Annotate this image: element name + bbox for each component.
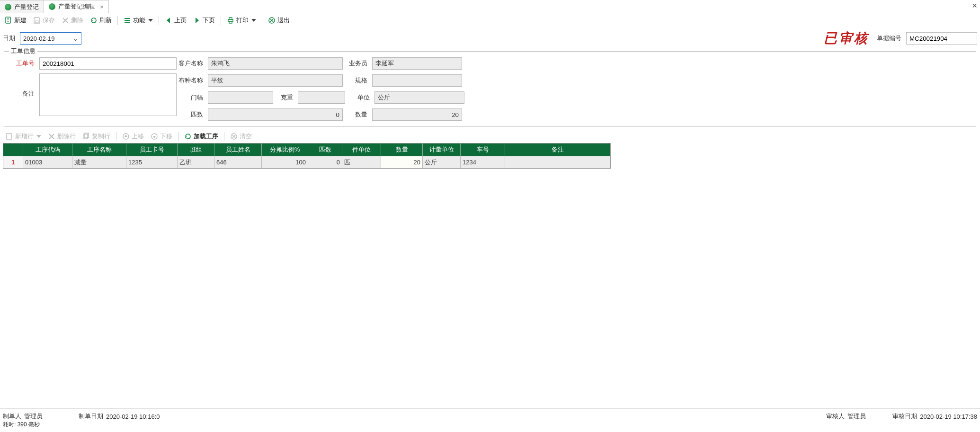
prev-icon bbox=[165, 17, 172, 24]
refresh-icon bbox=[90, 17, 98, 24]
header-row: 日期 2020-02-19 ⌄ 已审核 单据编号 bbox=[0, 27, 980, 49]
date-label: 日期 bbox=[3, 34, 15, 43]
fabric-label: 布种名称 bbox=[177, 76, 205, 85]
move-up-button[interactable]: 上移 bbox=[119, 131, 147, 142]
add-row-button[interactable]: 新增行 bbox=[3, 131, 44, 142]
cell-emp-name[interactable]: 646 bbox=[214, 156, 262, 168]
save-button[interactable]: 保存 bbox=[30, 15, 58, 26]
new-label: 新建 bbox=[14, 16, 27, 25]
move-down-button[interactable]: 下移 bbox=[148, 131, 175, 142]
add-row-label: 新增行 bbox=[15, 132, 34, 141]
move-down-label: 下移 bbox=[160, 132, 172, 141]
function-icon bbox=[124, 17, 131, 24]
grid-header-emp-card[interactable]: 员工卡号 bbox=[126, 144, 178, 156]
cell-measure-unit[interactable]: 公斤 bbox=[423, 156, 461, 168]
tab-label: 产量登记编辑 bbox=[58, 2, 95, 11]
new-button[interactable]: 新建 bbox=[2, 15, 29, 26]
grid-header-emp-name[interactable]: 员工姓名 bbox=[214, 144, 262, 156]
copy-row-icon bbox=[82, 133, 90, 140]
separator bbox=[262, 16, 262, 25]
exit-button[interactable]: 退出 bbox=[265, 15, 293, 26]
save-icon bbox=[33, 17, 41, 24]
cell-team[interactable]: 乙班 bbox=[178, 156, 214, 168]
next-button[interactable]: 下页 bbox=[190, 15, 218, 26]
separator bbox=[159, 16, 159, 25]
svg-rect-16 bbox=[7, 134, 11, 139]
delete-row-button[interactable]: 删除行 bbox=[45, 131, 79, 142]
tab-register[interactable]: 产量登记 bbox=[0, 0, 44, 13]
delete-row-label: 删除行 bbox=[57, 132, 76, 141]
prepare-date-value: 2020-02-19 10:16:0 bbox=[106, 413, 160, 420]
grid-header-piece-unit[interactable]: 件单位 bbox=[342, 144, 381, 156]
separator bbox=[116, 132, 116, 141]
salesman-input bbox=[372, 57, 462, 70]
approved-stamp: 已审核 bbox=[824, 29, 869, 47]
grid-header-remark[interactable]: 备注 bbox=[505, 144, 610, 156]
svg-rect-4 bbox=[36, 21, 38, 23]
print-button[interactable]: 打印 bbox=[224, 15, 259, 26]
order-no-input[interactable] bbox=[39, 57, 177, 70]
cell-qty[interactable]: 20 bbox=[381, 156, 423, 168]
width-label: 门幅 bbox=[177, 93, 205, 102]
delete-button[interactable]: 删除 bbox=[59, 15, 86, 26]
function-button[interactable]: 功能 bbox=[121, 15, 156, 26]
grid-header-qty[interactable]: 数量 bbox=[381, 144, 423, 156]
cell-proc-name[interactable]: 减量 bbox=[72, 156, 126, 168]
refresh-button[interactable]: 刷新 bbox=[87, 15, 115, 26]
width-input bbox=[208, 91, 273, 104]
table-row[interactable]: 1 01003 减量 1235 乙班 646 100 0 匹 20 公斤 123… bbox=[3, 156, 610, 168]
grid-area: 工序代码 工序名称 员工卡号 班组 员工姓名 分摊比例% 匹数 件单位 数量 计… bbox=[0, 143, 980, 408]
cell-piece-unit[interactable]: 匹 bbox=[342, 156, 381, 168]
delete-label: 删除 bbox=[71, 16, 83, 25]
cell-proc-code[interactable]: 01003 bbox=[23, 156, 72, 168]
footer: 制单人 管理员 制单日期 2020-02-19 10:16:0 审核人 管理员 … bbox=[0, 408, 980, 432]
prev-button[interactable]: 上页 bbox=[162, 15, 189, 26]
clear-button[interactable]: 清空 bbox=[227, 131, 255, 142]
chevron-down-icon bbox=[148, 19, 153, 22]
svg-rect-12 bbox=[229, 21, 232, 23]
grid-header-measure-unit[interactable]: 计量单位 bbox=[423, 144, 461, 156]
qty-label: 数量 bbox=[346, 110, 369, 119]
globe-icon bbox=[5, 4, 11, 10]
audit-date-label: 审核日期 bbox=[892, 412, 917, 421]
add-row-icon bbox=[6, 133, 13, 140]
copy-row-button[interactable]: 复制行 bbox=[80, 131, 113, 142]
rownum-cell[interactable]: 1 bbox=[3, 156, 23, 168]
cell-remark[interactable] bbox=[505, 156, 610, 168]
load-process-button[interactable]: 加载工序 bbox=[181, 131, 221, 142]
exit-icon bbox=[268, 17, 276, 24]
separator bbox=[224, 132, 224, 141]
preparer-label: 制单人 bbox=[3, 412, 21, 421]
tab-register-edit[interactable]: 产量登记编辑 × bbox=[44, 0, 109, 13]
cell-car-no[interactable]: 1234 bbox=[461, 156, 505, 168]
cell-pcs[interactable]: 0 bbox=[308, 156, 342, 168]
separator bbox=[178, 132, 178, 141]
grid-header-proc-name[interactable]: 工序名称 bbox=[72, 144, 126, 156]
doc-no-label: 单据编号 bbox=[877, 34, 901, 43]
grid-header-proc-code[interactable]: 工序代码 bbox=[23, 144, 72, 156]
cell-emp-card[interactable]: 1235 bbox=[126, 156, 178, 168]
close-all-icon[interactable]: × bbox=[972, 1, 977, 11]
grid-header-pcs[interactable]: 匹数 bbox=[308, 144, 342, 156]
doc-no-input[interactable] bbox=[906, 32, 977, 45]
chevron-down-icon bbox=[251, 19, 256, 22]
remark-label: 备注 bbox=[8, 73, 36, 98]
next-icon bbox=[193, 17, 201, 24]
qty-input bbox=[372, 108, 462, 121]
customer-input bbox=[208, 57, 343, 70]
grid-header-car-no[interactable]: 车号 bbox=[461, 144, 505, 156]
function-label: 功能 bbox=[133, 16, 145, 25]
data-grid[interactable]: 工序代码 工序名称 员工卡号 班组 员工姓名 分摊比例% 匹数 件单位 数量 计… bbox=[3, 143, 611, 169]
remark-input[interactable] bbox=[39, 73, 177, 116]
load-process-label: 加载工序 bbox=[194, 132, 218, 141]
clear-icon bbox=[230, 133, 238, 140]
globe-icon bbox=[49, 3, 55, 10]
grid-header-team[interactable]: 班组 bbox=[178, 144, 214, 156]
cell-share-pct[interactable]: 100 bbox=[262, 156, 308, 168]
workorder-fieldset: 工单信息 工单号 备注 客户名称 业务员 bbox=[4, 51, 976, 127]
date-picker[interactable]: 2020-02-19 ⌄ bbox=[20, 32, 81, 45]
legend: 工单信息 bbox=[9, 47, 37, 55]
salesman-label: 业务员 bbox=[346, 59, 369, 68]
grid-header-share-pct[interactable]: 分摊比例% bbox=[262, 144, 308, 156]
close-icon[interactable]: × bbox=[100, 3, 104, 10]
